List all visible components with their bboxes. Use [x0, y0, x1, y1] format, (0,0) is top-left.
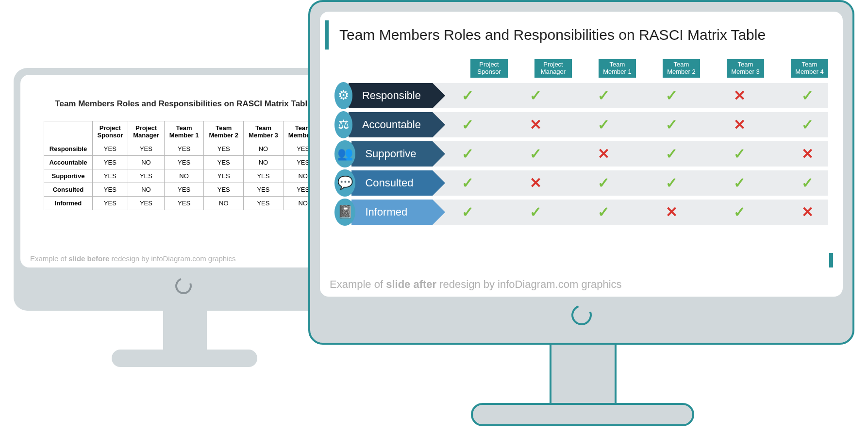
after-cell: ✓	[583, 203, 624, 220]
before-cell: NO	[244, 156, 284, 169]
before-cell: YES	[204, 183, 244, 197]
after-cell: ✕	[787, 203, 828, 220]
after-row: 💬Consulted✓✕✓✓✓✓	[334, 168, 828, 198]
after-row-label: Accountable	[349, 112, 433, 137]
before-cell: YES	[92, 169, 128, 183]
stand-base-after	[471, 403, 694, 426]
power-icon-after	[568, 301, 595, 329]
before-cell: YES	[92, 183, 128, 197]
power-icon-before	[172, 275, 194, 297]
after-cell: ✓	[447, 87, 488, 104]
caption-before-prefix: Example of	[30, 254, 68, 263]
after-cell: ✕	[583, 145, 624, 162]
before-row-label: Informed	[44, 197, 92, 210]
caption-after-suffix: redesign by infoDiagram.com graphics	[436, 278, 622, 290]
role-icon: ⚙	[334, 82, 352, 109]
after-cell: ✕	[651, 203, 692, 220]
before-table: ProjectSponsorProjectManagerTeamMember 1…	[44, 121, 323, 210]
before-col-header: TeamMember 3	[244, 121, 284, 142]
before-row-label: Supportive	[44, 169, 92, 183]
after-cell: ✓	[719, 203, 760, 220]
bezel-after	[320, 297, 843, 333]
before-col-header: ProjectManager	[128, 121, 164, 142]
accent-bar-icon	[829, 253, 833, 267]
monitor-after: Team Members Roles and Responsibilities …	[308, 0, 854, 345]
role-icon: 👥	[334, 140, 355, 167]
after-cell: ✓	[515, 145, 556, 162]
before-cell: YES	[92, 142, 128, 156]
after-col-header: TeamMember 1	[599, 59, 636, 78]
role-icon: 📓	[334, 199, 355, 226]
before-cell: YES	[244, 169, 284, 183]
before-cell: YES	[92, 197, 128, 210]
after-title-wrap: Team Members Roles and Responsibilities …	[320, 12, 843, 54]
after-cell: ✓	[651, 116, 692, 133]
after-row-cells: ✓✓✓✓✕✓	[433, 83, 828, 108]
before-cell: YES	[164, 142, 204, 156]
before-cell: YES	[164, 183, 204, 197]
after-body: ProjectSponsorProjectManagerTeamMember 1…	[320, 54, 843, 227]
after-cell: ✕	[515, 116, 556, 133]
bezel-before	[20, 267, 347, 304]
monitor-before: Team Members Roles and Responsibilities …	[14, 68, 353, 311]
after-row-cells: ✓✓✓✕✓✕	[433, 200, 828, 225]
before-row-label: Accountable	[44, 156, 92, 169]
before-cell: YES	[164, 197, 204, 210]
after-row-cells: ✓✓✕✓✓✕	[433, 141, 828, 167]
stand-base-before	[112, 350, 257, 367]
role-icon: ⚖	[334, 111, 352, 138]
after-cell: ✓	[651, 174, 692, 191]
after-cell: ✕	[787, 145, 828, 162]
after-cell: ✓	[719, 145, 760, 162]
screen-before: Team Members Roles and Responsibilities …	[20, 75, 347, 267]
caption-before-bold: slide before	[68, 254, 109, 263]
after-row-cells: ✓✕✓✓✓✓	[433, 170, 828, 196]
after-row-label: Responsible	[349, 83, 433, 108]
caption-after-bold: slide after	[386, 278, 436, 290]
after-cell: ✓	[447, 116, 488, 133]
before-cell: NO	[128, 156, 164, 169]
after-cell: ✓	[583, 116, 624, 133]
after-row-cells: ✓✕✓✓✕✓	[433, 112, 828, 137]
before-cell: YES	[128, 142, 164, 156]
after-cell: ✓	[787, 87, 828, 104]
after-cell: ✓	[651, 145, 692, 162]
before-row-label: Consulted	[44, 183, 92, 197]
before-cell: YES	[244, 197, 284, 210]
column-headers: ProjectSponsorProjectManagerTeamMember 1…	[334, 59, 828, 78]
after-col-header: TeamMember 2	[663, 59, 700, 78]
title-bar-icon	[325, 20, 329, 50]
after-row-label: Informed	[351, 200, 433, 225]
before-cell: NO	[128, 183, 164, 197]
before-cell: YES	[204, 169, 244, 183]
caption-before-suffix: redesign by infoDiagram.com graphics	[109, 254, 235, 263]
before-cell: YES	[92, 156, 128, 169]
after-col-header: TeamMember 3	[727, 59, 764, 78]
screen-after: Team Members Roles and Responsibilities …	[320, 12, 843, 297]
before-cell: NO	[244, 142, 284, 156]
before-cell: NO	[164, 169, 204, 183]
after-cell: ✕	[719, 87, 760, 104]
before-cell: YES	[164, 156, 204, 169]
after-row: ⚖Accountable✓✕✓✓✕✓	[334, 110, 828, 139]
role-icon: 💬	[334, 169, 355, 197]
after-title: Team Members Roles and Responsibilities …	[339, 27, 766, 43]
after-cell: ✓	[651, 87, 692, 104]
after-cell: ✕	[719, 116, 760, 133]
after-cell: ✓	[719, 174, 760, 191]
before-col-header: TeamMember 2	[204, 121, 244, 142]
before-row-label: Responsible	[44, 142, 92, 156]
after-cell: ✕	[515, 174, 556, 191]
stand-neck-after	[550, 345, 617, 413]
before-cell: YES	[128, 169, 164, 183]
before-cell: YES	[204, 142, 244, 156]
after-col-header: ProjectSponsor	[470, 59, 508, 78]
after-col-header: ProjectManager	[534, 59, 572, 78]
before-cell: NO	[204, 197, 244, 210]
after-row-label: Consulted	[351, 170, 433, 196]
before-cell: YES	[244, 183, 284, 197]
after-cell: ✓	[583, 87, 624, 104]
after-row: 📓Informed✓✓✓✕✓✕	[334, 198, 828, 227]
caption-after: Example of slide after redesign by infoD…	[330, 278, 622, 291]
after-row-label: Supportive	[351, 141, 433, 167]
